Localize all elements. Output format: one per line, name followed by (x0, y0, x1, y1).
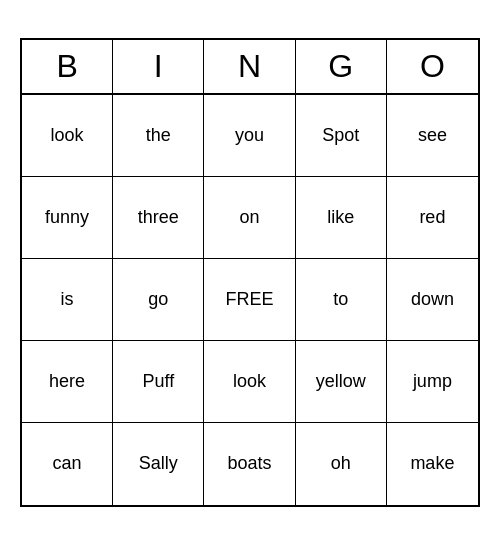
cell-24: make (387, 423, 478, 505)
header-o: O (387, 40, 478, 93)
cell-2: you (204, 95, 295, 177)
cell-10: is (22, 259, 113, 341)
cell-3: Spot (296, 95, 387, 177)
cell-8: like (296, 177, 387, 259)
cell-20: can (22, 423, 113, 505)
cell-5: funny (22, 177, 113, 259)
cell-4: see (387, 95, 478, 177)
cell-13: to (296, 259, 387, 341)
cell-14: down (387, 259, 478, 341)
header-b: B (22, 40, 113, 93)
header-n: N (204, 40, 295, 93)
cell-18: yellow (296, 341, 387, 423)
cell-15: here (22, 341, 113, 423)
bingo-header: B I N G O (22, 40, 478, 95)
cell-22: boats (204, 423, 295, 505)
cell-7: on (204, 177, 295, 259)
cell-1: the (113, 95, 204, 177)
cell-0: look (22, 95, 113, 177)
bingo-card: B I N G O look the you Spot see funny th… (20, 38, 480, 507)
cell-17: look (204, 341, 295, 423)
cell-11: go (113, 259, 204, 341)
header-i: I (113, 40, 204, 93)
cell-9: red (387, 177, 478, 259)
cell-6: three (113, 177, 204, 259)
bingo-grid: look the you Spot see funny three on lik… (22, 95, 478, 505)
cell-16: Puff (113, 341, 204, 423)
cell-21: Sally (113, 423, 204, 505)
header-g: G (296, 40, 387, 93)
cell-12-free: FREE (204, 259, 295, 341)
cell-23: oh (296, 423, 387, 505)
cell-19: jump (387, 341, 478, 423)
